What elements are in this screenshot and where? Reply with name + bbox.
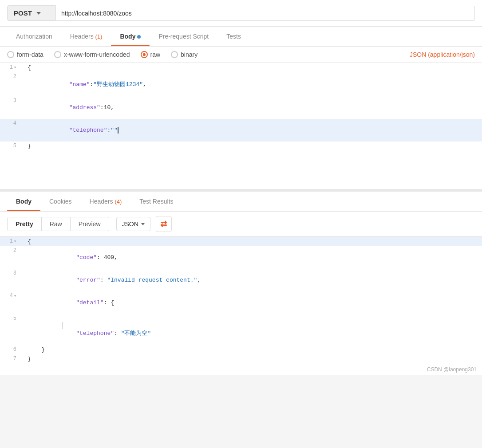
- response-line-5: 5 "telephone": "不能为空": [0, 314, 482, 345]
- response-tab-body[interactable]: Body: [7, 192, 40, 211]
- json-format-label: JSON (application/json): [410, 51, 475, 58]
- fold-arrow-1-icon[interactable]: ▾: [14, 239, 16, 244]
- response-tab-cookies[interactable]: Cookies: [40, 192, 81, 211]
- format-chevron-icon: [141, 223, 145, 225]
- tab-body[interactable]: Body: [111, 27, 150, 46]
- response-line-1: 1 ▾ {: [0, 237, 482, 246]
- response-line-2: 2 "code": 400,: [0, 246, 482, 269]
- request-line-4: 4 "telephone":"": [0, 119, 482, 141]
- tab-pre-request-script[interactable]: Pre-request Script: [150, 27, 217, 46]
- watermark: CSDN @laopeng301: [0, 364, 482, 375]
- request-line-5: 5 }: [0, 141, 482, 151]
- option-raw[interactable]: raw: [141, 51, 161, 58]
- option-binary[interactable]: binary: [171, 51, 198, 58]
- url-bar: POST: [0, 0, 482, 27]
- body-dot-icon: [137, 35, 141, 39]
- view-pretty-btn[interactable]: Pretty: [8, 217, 42, 231]
- option-urlencoded[interactable]: x-www-form-urlencoded: [54, 51, 130, 58]
- request-body-editor[interactable]: 1 ▾ { 2 "name":"野生动物园1234", 3 "address":…: [0, 63, 482, 192]
- request-code-lines: 1 ▾ { 2 "name":"野生动物园1234", 3 "address":…: [0, 63, 482, 151]
- method-selector[interactable]: POST: [7, 5, 56, 21]
- response-line-7: 7 }: [0, 354, 482, 364]
- wrap-icon: ⇄: [160, 220, 167, 228]
- response-section: Body Cookies Headers (4) Test Results Pr…: [0, 192, 482, 375]
- response-tabs: Body Cookies Headers (4) Test Results: [0, 192, 482, 212]
- request-tabs: Authorization Headers (1) Body Pre-reque…: [0, 27, 482, 47]
- radio-form-data-icon: [7, 51, 14, 58]
- response-headers-badge: (4): [115, 198, 122, 205]
- method-label: POST: [14, 9, 32, 17]
- response-tab-test-results[interactable]: Test Results: [130, 192, 182, 211]
- format-dropdown[interactable]: JSON: [116, 217, 150, 231]
- fold-arrow-icon[interactable]: ▾: [14, 65, 16, 70]
- body-options: form-data x-www-form-urlencoded raw bina…: [0, 47, 482, 63]
- fold-arrow-4-icon[interactable]: ▾: [14, 293, 16, 299]
- radio-binary-icon: [171, 51, 178, 58]
- response-line-3: 3 "error": "Invalid request content.",: [0, 269, 482, 291]
- view-options-row: Pretty Raw Preview JSON ⇄: [0, 212, 482, 237]
- request-line-1: 1 ▾ {: [0, 63, 482, 72]
- tab-authorization[interactable]: Authorization: [7, 27, 61, 46]
- view-preview-btn[interactable]: Preview: [71, 217, 109, 231]
- radio-raw-icon: [141, 51, 148, 58]
- tab-tests[interactable]: Tests: [217, 27, 250, 46]
- headers-badge: (1): [95, 33, 103, 40]
- request-line-2: 2 "name":"野生动物园1234",: [0, 72, 482, 96]
- response-tab-headers[interactable]: Headers (4): [81, 192, 131, 211]
- response-code-lines: 1 ▾ { 2 "code": 400, 3 "error": "Invalid…: [0, 237, 482, 364]
- method-chevron-icon: [36, 12, 41, 15]
- option-form-data[interactable]: form-data: [7, 51, 43, 58]
- response-body-editor: 1 ▾ { 2 "code": 400, 3 "error": "Invalid…: [0, 237, 482, 364]
- radio-urlencoded-icon: [54, 51, 61, 58]
- request-line-3: 3 "address":10,: [0, 96, 482, 119]
- tab-headers[interactable]: Headers (1): [61, 27, 111, 46]
- url-input[interactable]: [56, 6, 475, 21]
- view-raw-btn[interactable]: Raw: [42, 217, 71, 231]
- wrap-btn[interactable]: ⇄: [156, 216, 172, 232]
- response-line-6: 6 }: [0, 345, 482, 354]
- view-btn-group: Pretty Raw Preview: [7, 217, 109, 231]
- response-line-4: 4 ▾ "detail": {: [0, 291, 482, 314]
